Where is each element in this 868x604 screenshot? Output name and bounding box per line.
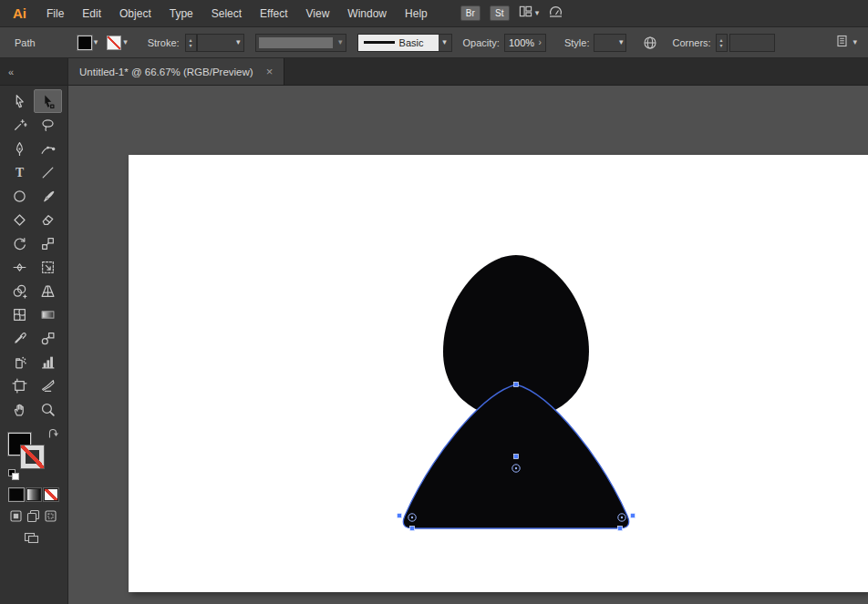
brush-name: Basic xyxy=(399,37,439,48)
draw-behind-button[interactable] xyxy=(26,509,40,523)
opacity-value: 100% xyxy=(509,37,534,48)
free-transform-tool[interactable] xyxy=(34,255,62,279)
shape-builder-tool[interactable] xyxy=(5,279,34,302)
chevron-down-icon: ▾ xyxy=(336,38,346,46)
menubar: Ai FileEditObjectTypeSelectEffectViewWin… xyxy=(0,0,868,27)
stroke-weight-stepper[interactable]: ▴▾ xyxy=(185,34,197,52)
swap-fill-stroke-button[interactable] xyxy=(47,426,59,443)
document-area: Untitled-1* @ 66.67% (RGB/Preview) × xyxy=(68,58,868,604)
eraser-tool[interactable] xyxy=(34,208,62,231)
mesh-tool[interactable] xyxy=(5,302,34,326)
anchor-point[interactable] xyxy=(513,454,518,458)
ellipse-tool[interactable] xyxy=(5,184,34,208)
arrange-documents-button[interactable]: ▾ xyxy=(835,34,857,52)
style-dropdown[interactable]: ▾ xyxy=(594,34,626,52)
document-setup-globe-icon[interactable] xyxy=(643,36,657,50)
anchor-point[interactable] xyxy=(397,513,401,517)
anchor-point[interactable] xyxy=(617,526,622,530)
width-profile-dropdown[interactable]: ▾ xyxy=(255,34,346,52)
draw-normal-button[interactable] xyxy=(9,509,23,523)
fill-swatch xyxy=(78,36,92,50)
stroke-color-dropdown[interactable]: ▾ xyxy=(107,34,128,52)
stroke-weight-dropdown[interactable]: ▾ xyxy=(197,34,244,52)
width-tool[interactable] xyxy=(5,255,34,279)
workspace-switcher-button[interactable]: ▾ xyxy=(519,5,540,22)
illustrator-window: Ai FileEditObjectTypeSelectEffectViewWin… xyxy=(0,0,868,604)
curvature-tool[interactable] xyxy=(34,137,62,160)
corners-input[interactable] xyxy=(729,34,775,52)
line-segment-tool[interactable] xyxy=(34,160,62,184)
eyedropper-tool[interactable] xyxy=(5,326,34,350)
menu-view[interactable]: View xyxy=(297,0,339,27)
chevron-down-icon: ▾ xyxy=(233,38,243,46)
stroke-label[interactable]: Stroke: xyxy=(148,37,180,48)
magic-wand-tool[interactable] xyxy=(5,113,34,137)
corner-widget-dot[interactable] xyxy=(411,517,413,518)
menu-file[interactable]: File xyxy=(37,0,73,27)
gradient-tool[interactable] xyxy=(34,302,62,326)
hand-tool[interactable] xyxy=(5,397,34,421)
blend-tool[interactable] xyxy=(34,326,62,350)
brush-definition-dropdown[interactable]: Basic ▾ xyxy=(357,34,452,52)
document-tab-title: Untitled-1* @ 66.67% (RGB/Preview) xyxy=(79,67,253,77)
menu-select[interactable]: Select xyxy=(202,0,251,27)
chevron-down-icon: ▾ xyxy=(535,9,540,17)
center-widget-dot[interactable] xyxy=(515,467,517,469)
lasso-tool[interactable] xyxy=(34,113,62,137)
document-tab[interactable]: Untitled-1* @ 66.67% (RGB/Preview) × xyxy=(68,58,284,85)
chevron-down-icon: ▾ xyxy=(94,38,98,46)
zoom-tool[interactable] xyxy=(34,397,62,421)
anchor-point[interactable] xyxy=(630,513,635,517)
pen-tool[interactable] xyxy=(5,137,34,160)
default-fill-stroke-button[interactable] xyxy=(8,469,22,481)
scale-tool[interactable] xyxy=(34,231,62,255)
perspective-grid-tool[interactable] xyxy=(34,279,62,302)
artboard-tool[interactable] xyxy=(5,374,34,397)
menubar-right: Br St ▾ xyxy=(460,5,564,22)
corner-widget-dot[interactable] xyxy=(621,517,623,518)
column-graph-tool[interactable] xyxy=(34,350,62,374)
artwork-svg[interactable] xyxy=(129,155,868,592)
menu-window[interactable]: Window xyxy=(338,0,396,27)
paintbrush-tool[interactable] xyxy=(34,184,62,208)
stroke-color-indicator[interactable] xyxy=(21,445,44,468)
menu-object[interactable]: Object xyxy=(110,0,160,27)
screen-mode-icon xyxy=(24,531,39,545)
menu-type[interactable]: Type xyxy=(160,0,202,27)
menu-help[interactable]: Help xyxy=(396,0,437,27)
menu-edit[interactable]: Edit xyxy=(73,0,110,27)
screen-mode-button[interactable] xyxy=(24,531,67,545)
draw-inside-button[interactable] xyxy=(44,509,57,523)
stock-button[interactable]: St xyxy=(490,5,510,21)
type-tool[interactable]: T xyxy=(5,160,34,184)
symbol-sprayer-tool[interactable] xyxy=(5,350,34,374)
menubar-items: FileEditObjectTypeSelectEffectViewWindow… xyxy=(37,0,437,27)
gpu-performance-icon[interactable] xyxy=(548,5,563,22)
corners-stepper[interactable]: ▴▾ xyxy=(716,34,728,52)
rotate-tool[interactable] xyxy=(5,231,34,255)
menu-effect[interactable]: Effect xyxy=(251,0,296,27)
workspace: « T xyxy=(0,58,868,604)
anchor-point[interactable] xyxy=(513,382,518,386)
close-tab-icon[interactable]: × xyxy=(266,66,274,77)
opacity-label[interactable]: Opacity: xyxy=(463,37,500,48)
collapse-panel-button[interactable]: « xyxy=(8,67,14,77)
none-button[interactable] xyxy=(44,488,58,501)
shaper-tool[interactable] xyxy=(5,208,34,231)
gradient-button[interactable] xyxy=(26,488,41,501)
stepper-down-icon: ▾ xyxy=(190,43,192,48)
direct-selection-tool[interactable] xyxy=(34,89,62,113)
color-button[interactable] xyxy=(9,488,24,501)
artboard[interactable] xyxy=(129,155,868,592)
anchor-point[interactable] xyxy=(409,526,414,530)
slice-tool[interactable] xyxy=(34,374,62,397)
fill-color-dropdown[interactable]: ▾ xyxy=(78,34,98,52)
canvas[interactable] xyxy=(68,86,868,604)
corners-label[interactable]: Corners: xyxy=(672,37,710,48)
style-label: Style: xyxy=(564,37,590,48)
selection-tool[interactable] xyxy=(5,89,34,113)
context-label: Path xyxy=(15,37,36,48)
opacity-input[interactable]: 100% › xyxy=(504,34,546,52)
fill-stroke-widget xyxy=(8,428,61,481)
bridge-button[interactable]: Br xyxy=(460,5,480,21)
